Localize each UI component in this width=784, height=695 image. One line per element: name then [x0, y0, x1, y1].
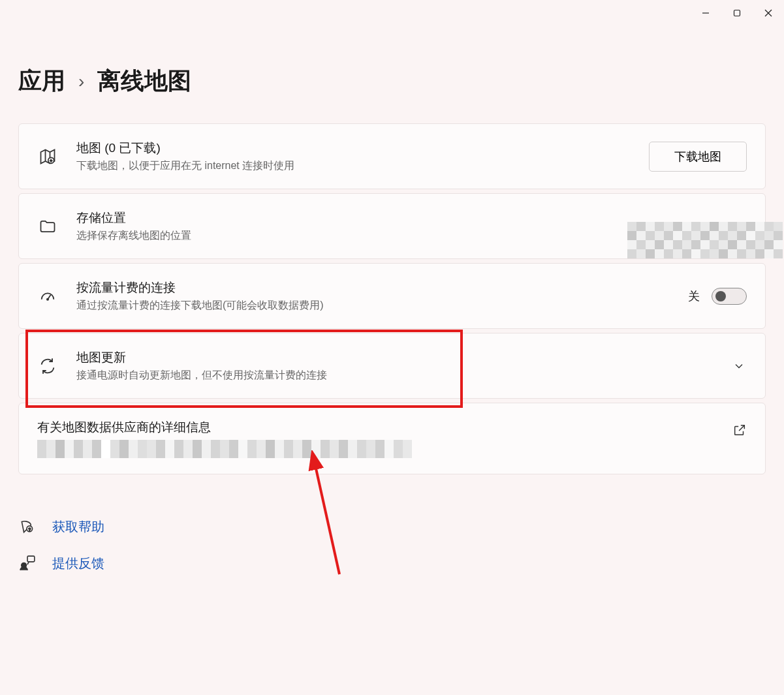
maps-title: 地图 (0 已下载): [76, 140, 649, 157]
chevron-right-icon: ›: [78, 71, 84, 92]
chevron-down-icon: [731, 358, 747, 374]
metered-toggle[interactable]: [712, 288, 747, 305]
svg-text:?: ?: [28, 527, 31, 532]
minimize-icon: [702, 9, 710, 17]
maximize-button[interactable]: [721, 0, 753, 26]
maximize-icon: [733, 9, 741, 17]
metered-card: 按流量计费的连接 通过按流量计费的连接下载地图(可能会收取数据费用) 关: [18, 263, 766, 329]
minimize-button[interactable]: [690, 0, 721, 26]
redacted-text: [37, 440, 416, 458]
close-icon: [764, 9, 772, 17]
external-link-icon: [732, 423, 747, 440]
svg-line-9: [739, 425, 744, 431]
toggle-knob: [715, 291, 726, 301]
get-help-link[interactable]: ? 获取帮助: [18, 517, 766, 536]
maps-subtitle: 下载地图，以便于应用在无 internet 连接时使用: [76, 159, 649, 173]
toggle-label: 关: [688, 288, 700, 304]
close-button[interactable]: [753, 0, 784, 26]
updates-subtitle: 接通电源时自动更新地图，但不使用按流量计费的连接: [76, 369, 731, 382]
feedback-text: 提供反馈: [52, 555, 104, 572]
svg-rect-15: [27, 556, 35, 562]
folder-icon: [37, 216, 58, 237]
redacted-sidebar: [627, 222, 784, 258]
gauge-icon: [37, 286, 58, 307]
svg-point-8: [47, 298, 48, 300]
help-icon: ?: [18, 517, 37, 536]
provider-title: 有关地图数据供应商的详细信息: [37, 419, 747, 436]
sync-icon: [37, 356, 58, 377]
feedback-icon: [18, 554, 37, 572]
give-feedback-link[interactable]: 提供反馈: [18, 554, 766, 572]
updates-title: 地图更新: [76, 349, 731, 366]
provider-card[interactable]: 有关地图数据供应商的详细信息: [18, 403, 766, 474]
svg-rect-1: [734, 10, 740, 16]
maps-card: 地图 (0 已下载) 下载地图，以便于应用在无 internet 连接时使用 下…: [18, 123, 766, 189]
window-controls: [690, 0, 784, 26]
breadcrumb-current: 离线地图: [97, 65, 191, 97]
help-text: 获取帮助: [52, 518, 104, 536]
breadcrumb: 应用 › 离线地图: [0, 0, 784, 123]
metered-title: 按流量计费的连接: [76, 279, 688, 296]
map-updates-card[interactable]: 地图更新 接通电源时自动更新地图，但不使用按流量计费的连接: [18, 333, 766, 399]
map-icon: [37, 146, 58, 167]
breadcrumb-parent[interactable]: 应用: [18, 65, 65, 97]
download-maps-button[interactable]: 下载地图: [649, 142, 747, 172]
metered-subtitle: 通过按流量计费的连接下载地图(可能会收取数据费用): [76, 299, 688, 313]
